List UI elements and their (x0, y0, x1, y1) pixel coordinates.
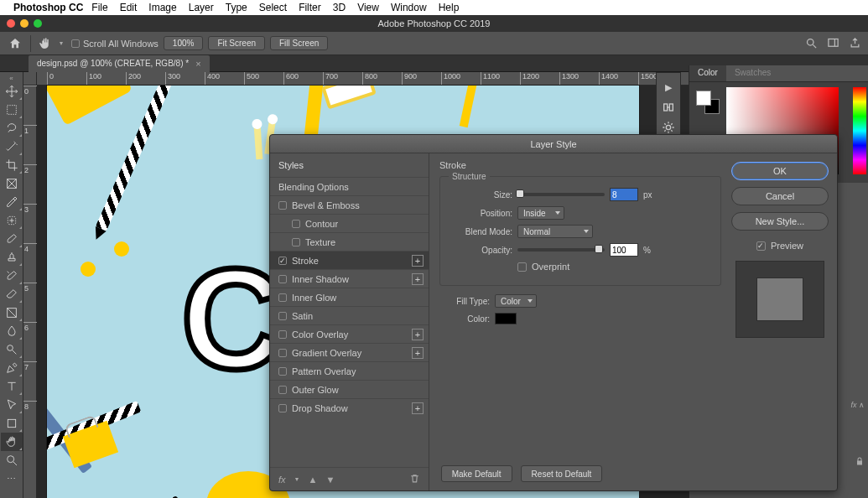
style-row-inner-glow[interactable]: Inner Glow (270, 288, 429, 306)
add-effect-icon[interactable]: + (412, 347, 424, 359)
opacity-input[interactable] (610, 243, 638, 257)
size-input[interactable] (610, 188, 638, 201)
dodge-tool[interactable] (1, 340, 23, 359)
tool-preset-chevron-icon[interactable]: ▾ (60, 39, 63, 47)
menu-view[interactable]: View (357, 2, 379, 13)
magic-wand-tool[interactable] (1, 137, 23, 156)
style-checkbox[interactable] (278, 312, 287, 320)
style-checkbox[interactable] (278, 386, 287, 394)
zoom-level-field[interactable]: 100% (164, 36, 204, 50)
style-checkbox[interactable] (292, 220, 300, 228)
history-brush-tool[interactable] (1, 267, 23, 285)
tab-color[interactable]: Color (689, 65, 726, 81)
document-tab[interactable]: design.psd @ 100% (CREATE, RGB/8) * × (29, 55, 210, 72)
style-checkbox[interactable] (292, 238, 300, 246)
close-tab-icon[interactable]: × (195, 59, 200, 69)
tools-collapse-icon[interactable]: « (1, 74, 23, 82)
fx-menu-icon[interactable]: fx (278, 475, 286, 485)
stroke-color-swatch[interactable] (495, 313, 517, 324)
style-row-inner-shadow[interactable]: Inner Shadow+ (270, 269, 429, 288)
new-style-button[interactable]: New Style... (731, 212, 829, 231)
style-row-drop-shadow[interactable]: Drop Shadow+ (270, 398, 429, 417)
eyedropper-tool[interactable] (1, 193, 23, 211)
play-icon[interactable]: ▶ (661, 80, 676, 95)
overprint-checkbox[interactable] (517, 262, 527, 272)
clone-stamp-tool[interactable] (1, 248, 23, 267)
zoom-tool[interactable] (1, 451, 23, 469)
move-tool[interactable] (1, 82, 23, 101)
dialog-title[interactable]: Layer Style (270, 135, 837, 153)
add-effect-icon[interactable]: + (412, 255, 424, 267)
foreground-background-swatch[interactable] (696, 91, 720, 114)
window-maximize-icon[interactable] (34, 19, 42, 28)
add-effect-icon[interactable]: + (412, 402, 424, 414)
fill-screen-button[interactable]: Fill Screen (270, 36, 328, 50)
workspace-icon[interactable] (824, 35, 841, 52)
lock-icon[interactable] (855, 456, 865, 468)
hand-tool-icon[interactable] (36, 35, 55, 52)
hue-slider[interactable] (853, 87, 866, 174)
menu-type[interactable]: Type (226, 2, 247, 13)
style-row-satin[interactable]: Satin (270, 306, 429, 324)
blending-options-row[interactable]: Blending Options (270, 177, 429, 195)
foreground-color-swatch[interactable] (696, 91, 711, 106)
ruler-origin[interactable] (23, 72, 37, 86)
position-dropdown[interactable]: Inside (517, 206, 564, 220)
move-up-icon[interactable]: ▲ (309, 475, 318, 485)
tab-swatches[interactable]: Swatches (726, 65, 779, 81)
style-checkbox[interactable] (278, 349, 287, 357)
style-checkbox[interactable] (278, 404, 287, 412)
brush-tool[interactable] (1, 230, 23, 248)
reset-to-default-button[interactable]: Reset to Default (521, 465, 603, 482)
edit-toolbar-icon[interactable]: ⋯ (1, 469, 23, 488)
make-default-button[interactable]: Make Default (441, 465, 512, 482)
cancel-button[interactable]: Cancel (731, 187, 829, 205)
menu-layer[interactable]: Layer (189, 2, 214, 13)
scroll-all-windows-checkbox[interactable]: Scroll All Windows (71, 39, 159, 49)
blend-mode-dropdown[interactable]: Normal (517, 225, 593, 238)
menu-filter[interactable]: Filter (299, 2, 321, 13)
pen-tool[interactable] (1, 359, 23, 377)
menu-window[interactable]: Window (391, 2, 427, 13)
window-close-icon[interactable] (7, 19, 15, 28)
healing-brush-tool[interactable] (1, 211, 23, 230)
properties-icon[interactable] (661, 120, 676, 135)
fit-screen-button[interactable]: Fit Screen (208, 36, 265, 50)
style-checkbox[interactable] (278, 201, 287, 210)
ok-button[interactable]: OK (731, 162, 829, 180)
preview-checkbox[interactable] (756, 241, 766, 251)
menu-file[interactable]: File (91, 2, 107, 13)
marquee-tool[interactable] (1, 101, 23, 119)
style-row-pattern-overlay[interactable]: Pattern Overlay (270, 361, 429, 380)
hand-tool[interactable] (1, 433, 23, 451)
fill-type-dropdown[interactable]: Color (495, 294, 537, 308)
menu-edit[interactable]: Edit (120, 2, 138, 13)
rectangle-tool[interactable] (1, 414, 23, 433)
frame-tool[interactable] (1, 174, 23, 193)
style-row-contour[interactable]: Contour (270, 214, 429, 232)
add-effect-icon[interactable]: + (412, 273, 424, 285)
menu-3d[interactable]: 3D (333, 2, 346, 13)
eraser-tool[interactable] (1, 285, 23, 303)
search-icon[interactable] (803, 35, 819, 52)
move-down-icon[interactable]: ▼ (325, 475, 335, 485)
app-menu-name[interactable]: Photoshop CC (13, 2, 83, 13)
menu-help[interactable]: Help (439, 2, 460, 13)
size-slider[interactable] (517, 193, 605, 196)
style-row-color-overlay[interactable]: Color Overlay+ (270, 324, 429, 343)
opacity-slider[interactable] (517, 248, 605, 252)
home-icon[interactable] (5, 35, 25, 52)
window-minimize-icon[interactable] (20, 19, 29, 28)
style-checkbox[interactable] (278, 330, 287, 339)
styles-header[interactable]: Styles (270, 153, 429, 177)
crop-tool[interactable] (1, 156, 23, 174)
ruler-vertical[interactable]: 012345678 (23, 86, 37, 498)
add-effect-icon[interactable]: + (412, 329, 424, 340)
style-checkbox[interactable] (278, 257, 287, 265)
style-checkbox[interactable] (278, 275, 287, 283)
style-row-stroke[interactable]: Stroke+ (270, 251, 429, 269)
style-row-outer-glow[interactable]: Outer Glow (270, 380, 429, 398)
fx-indicator[interactable]: fx ∧ (850, 401, 865, 409)
style-checkbox[interactable] (278, 367, 287, 376)
style-row-bevel-emboss[interactable]: Bevel & Emboss (270, 195, 429, 214)
